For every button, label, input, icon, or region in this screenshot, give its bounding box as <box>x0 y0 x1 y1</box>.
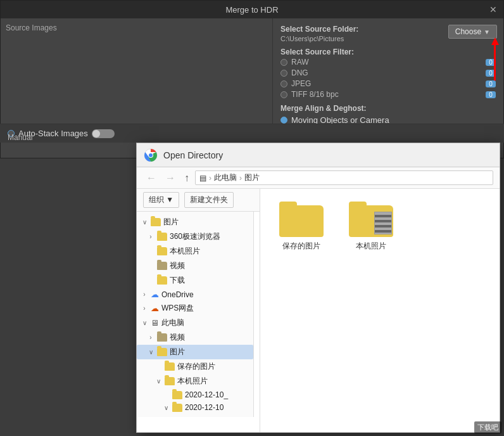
item-label: 视频 <box>170 332 185 343</box>
sidebar-item-2020-12-10a[interactable]: 2020-12-10_ <box>137 388 253 401</box>
wps-cloud-icon: ☁ <box>151 304 159 313</box>
toggle-knob <box>92 130 100 138</box>
sidebar-item-local-cam[interactable]: ∨ 本机照片 <box>137 374 253 388</box>
item-label: 图片 <box>163 217 179 228</box>
breadcrumb-icon: ▤ <box>199 174 206 183</box>
sidebar-item-pictures-selected[interactable]: ∨ 图片 <box>137 345 253 359</box>
breadcrumb-pc[interactable]: 此电脑 <box>214 172 237 183</box>
breadcrumb-sep1: › <box>209 174 211 183</box>
pc-icon: 🖥 <box>151 318 159 328</box>
item-label: 保存的图片 <box>177 361 215 372</box>
folder-icon <box>165 377 175 385</box>
expander: › <box>147 233 154 240</box>
folder-icon <box>157 262 167 270</box>
new-folder-button[interactable]: 新建文件夹 <box>184 192 234 208</box>
od-titlebar: Open Directory <box>137 143 500 167</box>
up-button[interactable]: ↑ <box>181 171 192 185</box>
back-button[interactable]: ← <box>143 171 160 185</box>
tiff-radio[interactable] <box>280 91 287 98</box>
expander: › <box>147 334 154 341</box>
preview-lines <box>375 212 391 234</box>
jpeg-label: JPEG <box>291 79 482 88</box>
sidebar-item-videos1[interactable]: 视频 <box>137 259 253 273</box>
od-sidebar: ∨ 图片 › 360极速浏览器 本机照片 视频 <box>137 212 254 417</box>
folder-label-saved: 保存的图片 <box>282 241 320 252</box>
manual-label: Manual <box>8 133 32 142</box>
choose-button[interactable]: Choose ▼ <box>448 25 497 39</box>
folder-body <box>279 205 324 237</box>
folder-icon <box>157 247 167 255</box>
filter-row-raw: RAW 0 <box>280 58 496 67</box>
folder-icon <box>165 362 175 371</box>
cloud-icon: ☁ <box>151 290 159 299</box>
new-folder-label: 新建文件夹 <box>190 195 228 205</box>
hdr-titlebar: Merge to HDR ✕ <box>1 1 503 18</box>
forward-button[interactable]: → <box>162 171 179 185</box>
raw-radio[interactable] <box>280 59 287 66</box>
item-label: 本机照片 <box>177 376 208 387</box>
dng-radio[interactable] <box>280 70 287 77</box>
google-icon <box>143 148 158 163</box>
item-label: 下载 <box>170 275 185 286</box>
expander: › <box>141 291 148 298</box>
close-button[interactable]: ✕ <box>489 4 497 15</box>
folder-thumb-local <box>349 202 393 237</box>
expander: ∨ <box>141 319 148 326</box>
image-preview <box>374 212 392 234</box>
organize-button[interactable]: 组织 ▼ <box>143 192 179 208</box>
file-local-photos[interactable]: 本机照片 <box>349 202 393 252</box>
folder-icon <box>157 333 167 342</box>
organize-label: 组织 ▼ <box>149 195 173 205</box>
item-label: 此电脑 <box>161 317 184 328</box>
sidebar-item-2020-12-10b[interactable]: ∨ 2020-12-10 <box>137 401 253 414</box>
sidebar-item-videos2[interactable]: › 视频 <box>137 330 253 345</box>
item-label: 360极速浏览器 <box>170 231 220 242</box>
item-label: WPS网盘 <box>161 303 194 314</box>
raw-label: RAW <box>291 58 482 67</box>
od-content-area: 保存的图片 本机照片 <box>260 189 500 432</box>
open-directory-dialog: Open Directory ← → ↑ ▤ › 此电脑 › 图片 组织 ▼ 新… <box>136 143 500 433</box>
expander: › <box>141 305 148 312</box>
arrow-line <box>494 42 496 80</box>
auto-stack-toggle[interactable] <box>92 129 115 138</box>
hdr-title: Merge to HDR <box>225 5 278 15</box>
hdr-bottom-bar: Auto-Stack Images <box>0 124 504 143</box>
choose-dropdown-arrow: ▼ <box>484 29 490 35</box>
file-saved-pics[interactable]: 保存的图片 <box>279 202 324 252</box>
sidebar-item-360browser[interactable]: › 360极速浏览器 <box>137 229 253 244</box>
od-main: 组织 ▼ 新建文件夹 ∨ 图片 › 360极速浏览器 <box>137 189 500 432</box>
source-images-title: Source Images <box>6 23 267 32</box>
sidebar-item-downloads[interactable]: 下载 <box>137 273 253 288</box>
od-action-bar: 组织 ▼ 新建文件夹 <box>137 189 260 212</box>
folder-icon <box>157 348 167 356</box>
filter-row-jpeg: JPEG 0 <box>280 79 496 88</box>
sidebar-item-saved-pics[interactable]: 保存的图片 <box>137 359 253 374</box>
tiff-count: 0 <box>486 91 496 98</box>
folder-icon <box>157 233 167 241</box>
od-nav-toolbar: ← → ↑ ▤ › 此电脑 › 图片 <box>137 167 500 189</box>
filter-row-dng: DNG 0 <box>280 68 496 77</box>
folder-label-local: 本机照片 <box>356 241 386 252</box>
jpeg-radio[interactable] <box>280 80 287 87</box>
moving-objects-radio[interactable] <box>280 117 287 124</box>
folder-icon <box>157 276 167 285</box>
expander: ∨ <box>147 349 154 356</box>
item-label: 图片 <box>170 347 185 357</box>
sidebar-item-wps[interactable]: › ☁ WPS网盘 <box>137 301 253 316</box>
merge-section: Merge Align & Deghost: Moving Objects or… <box>280 104 496 125</box>
svg-point-2 <box>149 153 153 157</box>
sidebar-item-this-pc[interactable]: ∨ 🖥 此电脑 <box>137 316 253 330</box>
expander: ∨ <box>154 378 162 385</box>
expander: ∨ <box>141 219 148 226</box>
sidebar-item-pictures-root[interactable]: ∨ 图片 <box>137 215 253 229</box>
folder-icon <box>172 391 182 399</box>
od-files: 保存的图片 本机照片 <box>260 189 500 432</box>
folder-body <box>349 205 393 237</box>
sidebar-item-local-photos[interactable]: 本机照片 <box>137 244 253 259</box>
breadcrumb-pictures[interactable]: 图片 <box>244 172 260 183</box>
tiff-label: TIFF 8/16 bpc <box>291 90 482 99</box>
sidebar-item-onedrive[interactable]: › ☁ OneDrive <box>137 288 253 301</box>
watermark: 下载吧 <box>474 421 501 433</box>
filter-section: Select Source Filter: RAW 0 DNG 0 JPEG <box>280 48 496 99</box>
filter-row-tiff: TIFF 8/16 bpc 0 <box>280 90 496 99</box>
